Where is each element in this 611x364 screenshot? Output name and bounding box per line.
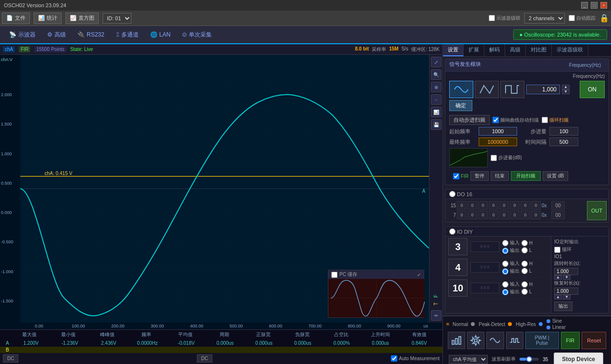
on-button[interactable]: ON xyxy=(580,81,605,98)
wave-button[interactable] xyxy=(486,332,504,349)
rest-input[interactable]: 1.000 xyxy=(554,288,578,295)
io-diy-radio[interactable]: IO DIY xyxy=(449,228,473,235)
set-db-button[interactable]: 设置 dB xyxy=(543,171,568,181)
frequency-input[interactable]: 1,000 xyxy=(526,85,560,94)
cascade-checkbox[interactable]: 示波器级联 xyxy=(489,15,520,22)
square-wave-button[interactable] xyxy=(500,81,524,98)
window-controls[interactable]: _ □ × xyxy=(581,2,607,9)
tab-settings[interactable]: 设置 xyxy=(443,44,464,56)
time-interval-input[interactable]: 500 xyxy=(549,138,578,146)
tab-advanced[interactable]: 高级 xyxy=(505,44,526,56)
file-button[interactable]: 📄 文件 xyxy=(2,13,30,24)
id-selector[interactable]: ID: 01 xyxy=(103,13,131,24)
tab-compare[interactable]: 对比图 xyxy=(526,44,552,56)
rest-down-button[interactable]: ▼ xyxy=(563,295,571,300)
dc-button-2[interactable]: DC xyxy=(197,354,212,363)
auto-track-checkbox[interactable]: 自动跟踪 xyxy=(569,15,596,22)
stop-device-button[interactable]: Stop Device xyxy=(554,352,603,364)
nav-multichannel[interactable]: ⑄ 多通道 xyxy=(111,27,144,42)
minimize-button[interactable]: _ xyxy=(581,2,588,9)
io-loop-checkbox[interactable]: 循环 xyxy=(554,246,606,253)
tab-decode[interactable]: 解码 xyxy=(484,44,505,56)
pwm-pulse-button[interactable]: PWM | Pulse xyxy=(525,332,559,349)
freq-up-button[interactable]: ▲ xyxy=(562,85,570,89)
nav-scope[interactable]: 📡 示波器 xyxy=(4,27,41,42)
jump-down-button[interactable]: ▼ xyxy=(563,275,571,280)
nav-rs232[interactable]: 🔌 RS232 xyxy=(72,27,110,42)
tab-extend[interactable]: 扩展 xyxy=(464,44,484,56)
jump-up-button[interactable]: ▲ xyxy=(554,275,562,280)
dc-button-1[interactable]: DC xyxy=(3,354,18,363)
cursor-button[interactable]: ✏ xyxy=(431,310,442,321)
measure-button[interactable]: 📊 xyxy=(431,107,442,117)
pan-button[interactable]: ↔ xyxy=(431,94,442,105)
bar-chart-button[interactable] xyxy=(448,332,465,349)
io3-l-radio[interactable]: L xyxy=(521,289,533,295)
do-out-button[interactable]: OUT xyxy=(587,201,607,220)
io1-input-radio[interactable]: 输入 xyxy=(502,239,520,246)
do-cell-15-4[interactable]: 0 xyxy=(489,201,498,210)
zoom-fit-button[interactable]: ⤢ xyxy=(431,57,442,67)
do-cell-7-7[interactable]: 0 xyxy=(457,211,467,219)
linear-item[interactable]: Linear xyxy=(546,325,566,330)
do-cell-7-2[interactable]: 0 xyxy=(510,211,520,219)
fir-button[interactable]: FIR xyxy=(561,332,580,349)
do-cell-7-1[interactable]: 0 xyxy=(520,211,530,219)
io2-h-radio[interactable]: H xyxy=(521,261,533,267)
fir-checkbox[interactable]: FIR xyxy=(453,173,468,179)
io2-output-radio[interactable]: 输出 xyxy=(502,268,520,275)
do-cell-15-0[interactable]: 0 xyxy=(531,201,541,210)
zoom-out-button[interactable]: ⊕ xyxy=(431,82,442,92)
freq-scan-checkbox[interactable]: 频响曲线自动扫描 xyxy=(493,117,539,124)
nav-single-collect[interactable]: ⊙ 单次采集 xyxy=(177,27,217,42)
channel-count-select[interactable]: 2 channels xyxy=(524,13,565,24)
confirm-button[interactable]: 确定 xyxy=(449,100,472,111)
rest-up-button[interactable]: ▲ xyxy=(554,295,562,300)
auto-measurement-label[interactable]: Auto Measurement xyxy=(391,355,440,362)
rate-slider-track[interactable] xyxy=(520,358,539,361)
gear-button[interactable] xyxy=(467,332,484,349)
do-cell-15-2[interactable]: 0 xyxy=(510,201,520,210)
end-button[interactable]: 结束 xyxy=(491,171,509,181)
do-cell-7-6[interactable]: 0 xyxy=(468,211,477,219)
io-output-button[interactable]: 输出 xyxy=(554,301,572,311)
do-cell-15-3[interactable]: 0 xyxy=(499,201,509,210)
sine-wave-button[interactable] xyxy=(449,81,473,98)
io1-h-radio[interactable]: H xyxy=(521,240,533,246)
start-freq-input[interactable]: 1000 xyxy=(479,127,517,136)
do16-radio[interactable]: DO 16 xyxy=(449,191,472,197)
end-freq-input[interactable]: 1000000 xyxy=(479,138,517,146)
pc-cache-close[interactable]: ✓ xyxy=(417,272,421,277)
io1-l-radio[interactable]: L xyxy=(521,247,533,253)
close-button[interactable]: × xyxy=(600,2,607,9)
do-cell-7-3[interactable]: 0 xyxy=(499,211,509,219)
pc-cache-checkbox[interactable] xyxy=(331,272,338,278)
nav-advanced[interactable]: ⚙ 高级 xyxy=(42,27,71,42)
jump-input[interactable]: 1.000 xyxy=(554,268,578,275)
digital-button[interactable] xyxy=(506,332,523,349)
auto-scan-button[interactable]: 自动步进扫频 xyxy=(449,115,490,125)
tab-cascade[interactable]: 示波器级联 xyxy=(552,44,588,56)
do-cell-15-5[interactable]: 0 xyxy=(478,201,488,210)
channel-dropdown[interactable]: chA 平均值 xyxy=(449,355,488,364)
do-cell-7-5[interactable]: 0 xyxy=(478,211,488,219)
nav-lan[interactable]: 🌐 LAN xyxy=(145,27,176,42)
loop-scan-checkbox[interactable]: 循环扫频 xyxy=(542,117,569,124)
io2-l-radio[interactable]: L xyxy=(521,268,533,274)
rate-slider-thumb[interactable] xyxy=(526,356,532,362)
maximize-button[interactable]: □ xyxy=(591,2,598,9)
save-button[interactable]: 💾 xyxy=(431,119,442,130)
do-cell-15-7[interactable]: 0 xyxy=(457,201,467,210)
io3-h-radio[interactable]: H xyxy=(521,281,533,288)
stats-button[interactable]: 📊 统计 xyxy=(34,13,62,24)
io3-output-radio[interactable]: 输出 xyxy=(502,289,520,295)
sine-item[interactable]: Sine xyxy=(546,318,566,324)
reset-button[interactable]: Reset xyxy=(582,332,606,349)
do-cell-7-4[interactable]: 0 xyxy=(489,211,498,219)
zoom-in-button[interactable]: 🔍 xyxy=(431,69,442,80)
io1-output-radio[interactable]: 输出 xyxy=(502,247,520,254)
triangle-wave-button[interactable] xyxy=(475,81,499,98)
freq-down-button[interactable]: ▼ xyxy=(562,89,570,94)
io3-input-radio[interactable]: 输入 xyxy=(502,281,520,288)
step-input[interactable]: 100 xyxy=(549,127,578,136)
